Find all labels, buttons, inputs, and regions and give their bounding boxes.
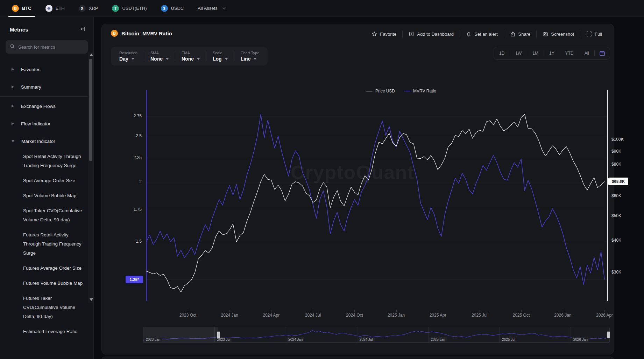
plus-square-icon — [409, 31, 414, 37]
sidebar-scrollbar-thumb[interactable] — [89, 59, 92, 161]
header-actions: FavoriteAdd to DashboardSet an alertShar… — [366, 29, 608, 39]
asset-tab-btc[interactable]: BBTC — [5, 0, 38, 17]
right-axis-tick: $100K — [611, 137, 624, 142]
navigator-right-handle[interactable] — [607, 331, 610, 338]
screenshot-button[interactable]: Screenshot — [537, 31, 580, 37]
all-assets-label: All Assets — [198, 6, 217, 11]
search-icon — [10, 44, 15, 50]
chevron-down-icon — [197, 58, 200, 60]
navigator-left-handle[interactable] — [217, 331, 220, 338]
metric-item[interactable]: Spot Taker CVD(Cumulative Volume Delta, … — [23, 206, 87, 225]
sidebar-item-flow-indicator[interactable]: Flow Indicator — [0, 115, 93, 132]
sidebar-item-favorites[interactable]: Favorites — [0, 61, 93, 78]
dropdown-value: Line — [241, 56, 260, 62]
metric-item[interactable]: Spot Volume Bubble Map — [23, 191, 87, 200]
calendar-icon — [599, 50, 605, 56]
x-axis-tick: 2023 Oct — [175, 313, 201, 318]
search-input[interactable] — [18, 44, 84, 50]
x-axis-tick: 2025 Apr — [425, 313, 451, 318]
x-axis-tick: 2024 Oct — [341, 313, 367, 318]
asset-tab-usdt(eth)[interactable]: TUSDT(ETH) — [105, 0, 154, 17]
active-tab-underline — [8, 16, 35, 17]
sidebar-item-market-indicator[interactable]: Market Indicator — [0, 132, 93, 150]
button-label: Share — [518, 32, 531, 37]
dropdown-label: Scale — [213, 51, 228, 55]
collapse-sidebar-icon[interactable] — [80, 26, 86, 33]
sma-dropdown[interactable]: SMANone — [144, 51, 175, 62]
chart-navigator[interactable]: 2023 Jan2023 Jul2024 Jan2024 Jul2025 Jan… — [143, 327, 610, 343]
calendar-button[interactable] — [595, 50, 610, 56]
metric-item[interactable]: Futures Retail Activity Through Trading … — [23, 230, 87, 258]
share-button[interactable]: Share — [504, 31, 537, 37]
add-to-dashboard-button[interactable]: Add to Dashboard — [403, 31, 460, 37]
sidebar-item-label: Summary — [21, 84, 41, 90]
x-axis-tick-mark — [188, 310, 188, 312]
set-an-alert-button[interactable]: Set an alert — [460, 31, 504, 37]
metrics-search[interactable] — [6, 40, 88, 54]
asset-tabs: BBTC◆ETHXXRPTUSDT(ETH)$USDC — [5, 0, 191, 17]
metrics-sidebar: Metrics FavoritesSummaryExchange FlowsFl… — [0, 17, 94, 359]
asset-tab-label: USDC — [171, 6, 184, 11]
metric-item[interactable]: Estimated Leverage Ratio — [23, 327, 87, 336]
share-icon — [510, 31, 516, 37]
bell-icon — [466, 31, 472, 37]
metric-item[interactable]: Futures Taker CVD(Cumulative Volume Delt… — [23, 294, 87, 321]
sidebar-item-label: Market Indicator — [21, 139, 55, 144]
resolution-dropdown[interactable]: ResolutionDay — [113, 51, 144, 62]
range-button-1d[interactable]: 1D — [494, 47, 510, 59]
range-button-1m[interactable]: 1M — [527, 47, 544, 59]
range-button-1y[interactable]: 1Y — [544, 47, 560, 59]
sidebar-item-summary[interactable]: Summary — [0, 78, 93, 96]
x-axis-tick-mark — [229, 310, 230, 312]
scroll-down-icon[interactable] — [90, 298, 93, 301]
asset-tab-xrp[interactable]: XXRP — [72, 0, 105, 17]
range-button-ytd[interactable]: YTD — [560, 47, 579, 59]
chevron-right-icon — [12, 68, 14, 71]
x-axis-tick: 2026 Jan — [550, 313, 576, 318]
button-label: Favorite — [380, 32, 396, 37]
sidebar-item-label: Flow Indicator — [21, 121, 50, 126]
x-axis-tick-mark — [396, 310, 397, 312]
asset-tab-label: BTC — [22, 6, 31, 11]
chart-type-dropdown[interactable]: Chart TypeLine — [234, 51, 266, 62]
x-axis-tick-mark — [271, 310, 271, 312]
dropdown-value: None — [150, 56, 169, 62]
asset-tab-eth[interactable]: ◆ETH — [38, 0, 72, 17]
chevron-right-icon — [12, 85, 14, 88]
navigator-label: 2025 Jul — [500, 337, 517, 342]
all-assets-dropdown[interactable]: All Assets — [191, 0, 232, 17]
range-button-all[interactable]: All — [579, 47, 594, 59]
btc-coin-icon: B — [12, 5, 19, 12]
dropdown-label: SMA — [150, 51, 169, 55]
range-button-1w[interactable]: 1W — [510, 47, 527, 59]
chevron-down-icon — [12, 140, 14, 143]
metric-item[interactable]: Spot Average Order Size — [23, 176, 87, 185]
asset-tab-usdc[interactable]: $USDC — [154, 0, 191, 17]
full-button[interactable]: Full — [580, 31, 608, 37]
navigator-label: 2025 Jan — [429, 337, 447, 342]
x-axis-tick-mark — [480, 310, 480, 312]
right-axis-tick: $30K — [611, 270, 621, 275]
scale-dropdown[interactable]: ScaleLog — [206, 51, 234, 62]
ema-dropdown[interactable]: EMANone — [175, 51, 206, 62]
favorite-button[interactable]: Favorite — [366, 31, 402, 37]
scroll-up-icon[interactable] — [90, 54, 93, 56]
page-title: Bitcoin: MVRV Ratio — [121, 30, 172, 36]
navigator-label: 2024 Jul — [358, 337, 375, 342]
x-axis-tick: 2024 Jul — [300, 313, 326, 318]
metric-item[interactable]: Futures Volume Bubble Map — [23, 279, 87, 288]
x-axis-tick-mark — [313, 310, 313, 312]
left-axis-tick: 2 — [123, 179, 142, 184]
chevron-down-icon — [166, 58, 169, 60]
bitcoin-icon: B — [111, 30, 118, 37]
dropdown-label: EMA — [182, 51, 200, 55]
usdc-coin-icon: $ — [161, 5, 168, 12]
dropdown-value: Day — [119, 56, 137, 62]
sidebar-item-exchange-flows[interactable]: Exchange Flows — [0, 97, 93, 115]
metric-item[interactable]: Spot Retail Activity Through Trading Fre… — [23, 152, 87, 170]
main-chart[interactable] — [146, 90, 608, 301]
metric-item[interactable]: Futures Average Order Size — [23, 264, 87, 273]
market-indicator-items: Spot Retail Activity Through Trading Fre… — [0, 150, 93, 336]
star-icon — [371, 31, 377, 37]
right-axis-tick: $90K — [611, 149, 621, 154]
